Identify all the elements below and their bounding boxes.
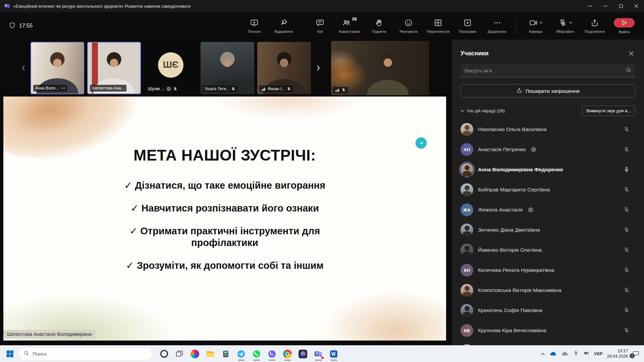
onedrive-cloud-icon[interactable] bbox=[549, 351, 557, 357]
participant-row[interactable]: АП Анастасія Петренко bbox=[461, 139, 635, 160]
camera-icon bbox=[529, 18, 538, 27]
viber-icon[interactable] bbox=[264, 347, 280, 361]
participant-row[interactable]: Бойправ Маргарита Сергіївна bbox=[461, 180, 635, 200]
participant-mic-muted-icon[interactable] bbox=[623, 146, 635, 153]
start-presenting-button[interactable]: Почати bbox=[242, 18, 267, 34]
chevron-down-icon[interactable] bbox=[461, 108, 464, 113]
more-options-button[interactable]: Додатково bbox=[485, 18, 509, 34]
spotlight-video-tile[interactable] bbox=[331, 41, 429, 95]
layout-grid-icon bbox=[434, 18, 442, 27]
slide-title: МЕТА НАШОЇ ЗУСТРІЧІ: bbox=[3, 146, 446, 164]
hidden-icons-chevron[interactable] bbox=[541, 351, 545, 357]
search-input[interactable] bbox=[465, 68, 622, 73]
share-invite-icon bbox=[516, 87, 522, 95]
presentation-slide: МЕТА НАШОЇ ЗУСТРІЧІ: ✓ Дізнатися, що так… bbox=[3, 97, 446, 341]
usb-icon[interactable] bbox=[573, 350, 579, 358]
share-invite-button[interactable]: Поширити запрошення bbox=[461, 84, 635, 98]
chat-button[interactable]: Чат bbox=[308, 18, 332, 34]
tile-mic-muted-icon bbox=[287, 87, 291, 91]
cloud-icon[interactable] bbox=[561, 351, 569, 357]
participant-search[interactable] bbox=[461, 64, 635, 77]
participant-mic-muted-icon[interactable] bbox=[623, 227, 635, 233]
volume-icon[interactable] bbox=[583, 350, 590, 358]
minimize-button[interactable] bbox=[598, 0, 613, 12]
participants-button[interactable]: 26 Користувачі bbox=[337, 18, 362, 34]
share-button[interactable]: Поділитися bbox=[582, 18, 607, 34]
react-button[interactable]: Реагувати bbox=[396, 18, 421, 34]
view-button[interactable]: Переглянути bbox=[426, 18, 450, 34]
participant-mic-active-icon[interactable] bbox=[623, 166, 635, 173]
tray-time: 13:17 bbox=[607, 349, 628, 354]
notification-center-icon[interactable]: 1 bbox=[632, 350, 639, 357]
microphone-chevron-icon[interactable] bbox=[569, 21, 572, 24]
participant-mic-muted-icon[interactable] bbox=[623, 307, 635, 314]
participant-row[interactable]: Зінченко Діана Дмитрівна bbox=[461, 220, 635, 240]
strip-next-button[interactable] bbox=[314, 65, 323, 71]
meeting-stage: Анна Воло... Шелестова Ана... ШЄ Шуляк .… bbox=[0, 40, 452, 345]
maximize-button[interactable] bbox=[613, 0, 629, 12]
participant-row[interactable]: КН Киличова Рената Нурмиратівна bbox=[461, 260, 635, 280]
participant-row[interactable] bbox=[461, 341, 635, 345]
chrome-icon[interactable] bbox=[280, 347, 295, 361]
camera-button[interactable]: Камера bbox=[523, 18, 548, 34]
participant-mic-muted-icon[interactable] bbox=[623, 206, 635, 213]
video-tile[interactable]: Фазан І... bbox=[257, 42, 311, 94]
camera-chevron-icon[interactable] bbox=[539, 21, 543, 24]
chat-icon bbox=[316, 18, 324, 27]
teams-icon[interactable] bbox=[311, 347, 326, 361]
slide-bullet: ✓ Дізнатися, що таке емоційне вигорання bbox=[124, 180, 325, 191]
video-tile[interactable]: ШЄ Шуляк ... bbox=[144, 42, 198, 94]
participant-mic-muted-icon[interactable] bbox=[623, 186, 635, 193]
participant-row[interactable]: КВ Крупнова Кіра Вячеславівна bbox=[461, 320, 635, 341]
slide-next-button[interactable] bbox=[416, 137, 427, 148]
opera-icon[interactable] bbox=[156, 347, 172, 361]
screen-share-area: МЕТА НАШОЇ ЗУСТРІЧІ: ✓ Дізнатися, що так… bbox=[0, 97, 452, 345]
taskbar-clock[interactable]: 13:17 29.04.2026 bbox=[607, 349, 628, 359]
participant-row[interactable]: Йовенко Вікторія Олегівна bbox=[461, 240, 635, 260]
tile-menu-icon[interactable] bbox=[61, 87, 65, 89]
apps-button[interactable]: Програми bbox=[455, 18, 480, 34]
participant-row[interactable]: ЖА Жежела Анастасія bbox=[461, 200, 635, 220]
taskbar-search[interactable] bbox=[18, 348, 152, 360]
design-app-icon[interactable] bbox=[187, 347, 203, 361]
close-panel-icon[interactable] bbox=[628, 50, 635, 57]
toolbar-button-label: Додатково bbox=[488, 29, 506, 34]
microphone-button[interactable]: Мікрофон bbox=[553, 18, 578, 34]
telegram-icon[interactable] bbox=[233, 347, 249, 361]
participant-mic-muted-icon[interactable] bbox=[623, 126, 635, 133]
mute-all-button[interactable]: Вимкнути звук для в... bbox=[582, 106, 635, 116]
titlebar-more-button[interactable] bbox=[582, 0, 598, 12]
calculator-icon[interactable] bbox=[218, 347, 233, 361]
participant-row[interactable]: Крекотень Софія Павлівна bbox=[461, 300, 635, 320]
participant-name: Анастасія Петренко bbox=[478, 146, 526, 153]
video-tile[interactable]: Шелестова Ана... bbox=[87, 42, 141, 94]
participant-mic-muted-icon[interactable] bbox=[623, 287, 635, 294]
participant-avatar: КВ bbox=[461, 324, 473, 337]
leave-button[interactable]: Вийти bbox=[612, 18, 637, 34]
whatsapp-icon[interactable] bbox=[249, 347, 264, 361]
participant-mic-muted-icon[interactable] bbox=[623, 247, 635, 253]
close-button[interactable] bbox=[629, 0, 644, 12]
participant-avatar: АП bbox=[461, 143, 473, 156]
task-view-icon[interactable] bbox=[172, 347, 187, 361]
taskbar-search-input[interactable] bbox=[33, 351, 147, 357]
video-tile[interactable]: Ушата Тетя... bbox=[201, 42, 254, 94]
search-icon bbox=[23, 350, 29, 357]
start-button[interactable] bbox=[2, 347, 17, 361]
keyboard-language[interactable]: УКР bbox=[594, 351, 603, 356]
unpin-button[interactable]: Відкріпити bbox=[271, 18, 296, 34]
raise-hand-button[interactable]: Підняти bbox=[367, 18, 391, 34]
people-icon bbox=[342, 18, 351, 27]
pin-icon bbox=[279, 18, 288, 27]
participant-mic-muted-icon[interactable] bbox=[623, 267, 635, 274]
word-icon[interactable] bbox=[326, 347, 341, 361]
teams-meeting-window: «Емоційний інтелект як ресурс ментальног… bbox=[0, 0, 644, 362]
strip-prev-button[interactable] bbox=[19, 65, 28, 71]
participant-row[interactable]: Ніколаєнко Ольга Василівна bbox=[461, 119, 635, 139]
participant-row[interactable]: Клопотовська Вікторія Максимівна bbox=[461, 280, 635, 300]
file-explorer-icon[interactable] bbox=[203, 347, 218, 361]
video-tile[interactable]: Анна Воло... bbox=[31, 42, 84, 94]
participant-row[interactable]: Анна Володимирівна Федоренко bbox=[461, 160, 635, 180]
participant-mic-muted-icon[interactable] bbox=[623, 327, 635, 334]
photos-icon[interactable] bbox=[295, 347, 311, 361]
